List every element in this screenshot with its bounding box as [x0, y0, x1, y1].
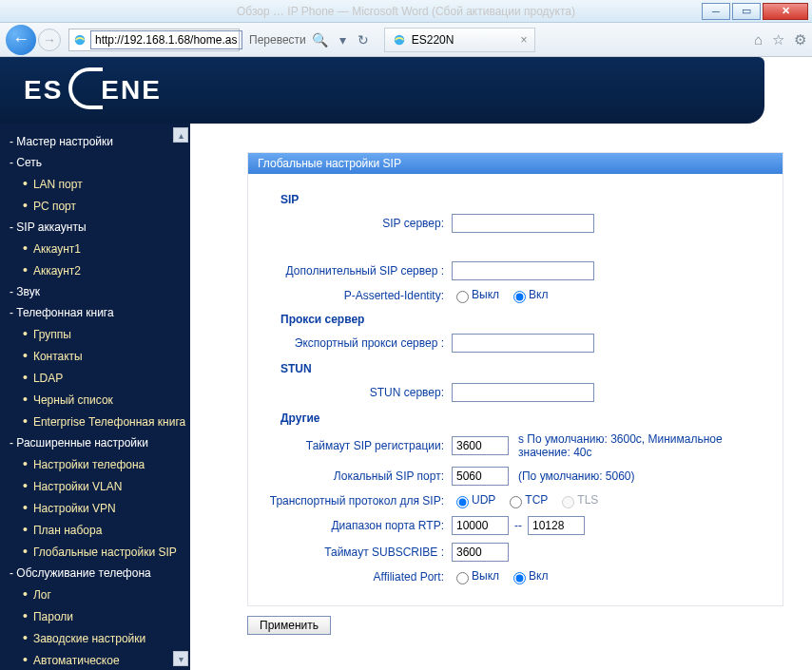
search-icon[interactable]: 🔍 — [312, 32, 328, 48]
label-sip-server: SIP сервер: — [261, 217, 452, 230]
nav-maintenance[interactable]: Обслуживание телефона — [10, 563, 190, 584]
nav-enterprise[interactable]: Enterprise Телефонная книга — [10, 411, 190, 432]
nav-sound[interactable]: Звук — [10, 281, 190, 302]
label-pai: P-Asserted-Identity: — [261, 289, 452, 302]
radio-pai-off[interactable]: Выкл — [452, 288, 499, 303]
nav-global-sip[interactable]: Глобальные настройки SIP — [10, 541, 190, 563]
hint-local-port: (По умолчанию: 5060) — [518, 469, 635, 483]
nav-advanced[interactable]: Расширенные настройки — [10, 432, 190, 453]
nav-enterprise-label: Enterprise Телефонная книга — [33, 415, 185, 429]
browser-tab[interactable]: ES220N × — [384, 28, 536, 52]
nav-groups-label: Группы — [33, 328, 71, 341]
url-input[interactable] — [90, 30, 242, 49]
nav-advanced-label: Расширенные настройки — [16, 436, 148, 450]
nav-network-label: Сеть — [16, 156, 42, 169]
label-reg-timeout: Таймаут SIP регистрации: — [261, 439, 452, 452]
rtp-separator: -- — [514, 519, 522, 532]
radio-udp[interactable]: UDP — [452, 493, 495, 508]
favorites-icon[interactable]: ☆ — [772, 31, 784, 48]
radio-tcp[interactable]: TCP — [505, 493, 548, 508]
sidebar: ▴ Мастер настройкиСетьLAN портPC портSIP… — [0, 124, 190, 670]
window-titlebar: Обзор … IP Phone — Microsoft Word (Сбой … — [0, 0, 812, 23]
nav-ldap[interactable]: LDAP — [10, 367, 190, 389]
input-reg-timeout[interactable] — [452, 436, 509, 455]
scroll-up-icon[interactable]: ▴ — [173, 127, 188, 143]
nav-pcport[interactable]: PC порт — [10, 195, 190, 217]
nav-dialplan[interactable]: План набора — [10, 519, 190, 541]
nav-vlan-label: Настройки VLAN — [33, 480, 123, 493]
nav-account1[interactable]: Аккаунт1 — [10, 238, 190, 259]
nav-log-label: Лог — [33, 588, 51, 602]
input-rtp-to[interactable] — [528, 516, 585, 535]
nav-maintenance-label: Обслуживание телефона — [16, 566, 150, 580]
input-local-port[interactable] — [452, 467, 509, 486]
nav-factory[interactable]: Заводские настройки — [10, 627, 190, 649]
label-rtp-range: Диапазон порта RTP: — [261, 519, 452, 532]
minimize-button[interactable]: ─ — [702, 3, 730, 20]
nav-account2-label: Аккаунт2 — [33, 264, 81, 278]
nav-contacts[interactable]: Контакты — [10, 345, 190, 367]
nav-vpn-label: Настройки VPN — [33, 502, 116, 515]
back-button[interactable]: ← — [6, 25, 36, 55]
label-affiliated: Affiliated Port: — [261, 570, 452, 584]
refresh-icon[interactable]: ↻ — [358, 32, 369, 48]
radio-tls: TLS — [557, 493, 598, 508]
translate-link[interactable]: Перевести — [249, 33, 306, 47]
label-sip-server2: Дополнительный SIP сервер : — [261, 264, 452, 278]
ie-icon — [393, 33, 406, 47]
nav-phone-settings[interactable]: Настройки телефона — [10, 453, 190, 475]
nav-vpn[interactable]: Настройки VPN — [10, 497, 190, 519]
label-export-proxy: Экспортный прокси сервер : — [261, 336, 452, 350]
nav-network[interactable]: Сеть — [10, 152, 190, 173]
label-local-port: Локальный SIP порт: — [261, 469, 452, 483]
gear-icon[interactable]: ⚙ — [794, 31, 806, 48]
nav-passwords[interactable]: Пароли — [10, 605, 190, 627]
section-stun: STUN — [280, 362, 769, 375]
input-export-proxy[interactable] — [452, 334, 594, 353]
settings-panel: Глобальные настройки SIP SIP SIP сервер:… — [247, 152, 783, 606]
close-button[interactable]: ✕ — [763, 3, 808, 20]
address-bar[interactable] — [68, 29, 240, 51]
input-subscribe[interactable] — [452, 543, 509, 562]
label-subscribe: Таймаут SUBSCRIBE : — [261, 546, 452, 559]
nav-groups[interactable]: Группы — [10, 323, 190, 345]
nav-factory-label: Заводские настройки — [33, 632, 145, 645]
input-rtp-from[interactable] — [452, 516, 509, 535]
apply-button[interactable]: Применить — [247, 616, 331, 635]
input-stun[interactable] — [452, 383, 594, 402]
input-sip-server2[interactable] — [452, 261, 594, 280]
input-sip-server[interactable] — [452, 214, 594, 233]
nav-account1-label: Аккаунт1 — [33, 242, 81, 256]
nav-sip-accounts[interactable]: SIP аккаунты — [10, 217, 190, 238]
home-icon[interactable]: ⌂ — [754, 31, 763, 48]
chevron-down-icon[interactable]: ▾ — [339, 32, 346, 48]
nav-log[interactable]: Лог — [10, 584, 190, 605]
nav-global-sip-label: Глобальные настройки SIP — [33, 546, 177, 559]
nav-account2[interactable]: Аккаунт2 — [10, 259, 190, 281]
nav-vlan[interactable]: Настройки VLAN — [10, 475, 190, 497]
radio-affiliated-on[interactable]: Вкл — [509, 569, 548, 584]
ie-toolbar: ← → Перевести 🔍 ▾ ↻ ES220N × ⌂ ☆ ⚙ — [0, 23, 812, 57]
nav-lan-label: LAN порт — [33, 178, 83, 191]
hint-reg-timeout: s По умолчанию: 3600с, Минимальное значе… — [518, 432, 765, 459]
nav-phonebook-label: Телефонная книга — [16, 306, 113, 319]
tab-close-icon[interactable]: × — [520, 33, 527, 47]
nav-sip-accounts-label: SIP аккаунты — [16, 220, 86, 234]
nav-lan[interactable]: LAN порт — [10, 173, 190, 195]
background-app-title: Обзор … IP Phone — Microsoft Word (Сбой … — [0, 0, 812, 22]
nav-blacklist-label: Черный список — [33, 393, 113, 407]
nav-auto[interactable]: Автоматическое — [10, 649, 190, 670]
scroll-down-icon[interactable]: ▾ — [173, 651, 188, 666]
nav-wizard[interactable]: Мастер настройки — [10, 131, 190, 152]
panel-header: Глобальные настройки SIP — [248, 153, 783, 174]
maximize-button[interactable]: ▭ — [732, 3, 761, 20]
nav-blacklist[interactable]: Черный список — [10, 389, 190, 411]
nav-phonebook[interactable]: Телефонная книга — [10, 302, 190, 323]
nav-contacts-label: Контакты — [33, 350, 83, 363]
label-stun: STUN сервер: — [261, 386, 452, 399]
radio-pai-on[interactable]: Вкл — [509, 288, 548, 303]
nav-pcport-label: PC порт — [33, 200, 76, 213]
escene-logo: ESENE — [24, 69, 162, 111]
radio-affiliated-off[interactable]: Выкл — [452, 569, 499, 584]
tab-title: ES220N — [412, 33, 454, 47]
